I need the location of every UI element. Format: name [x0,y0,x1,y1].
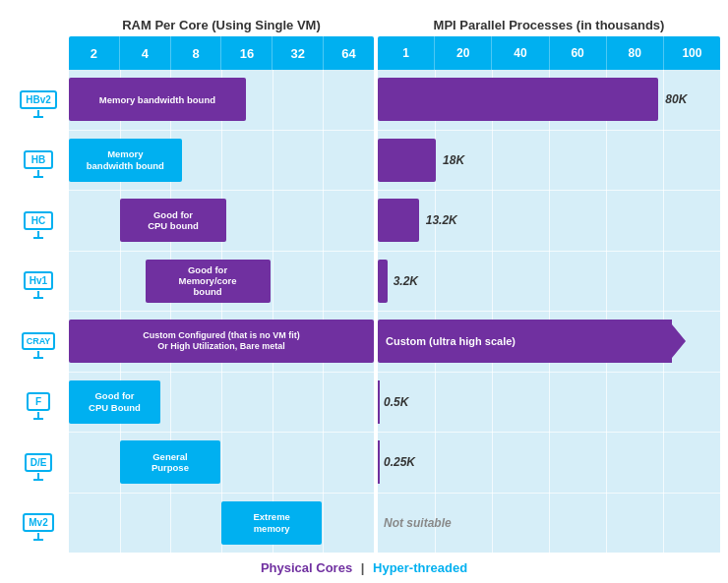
vm-label-hbv2: HBv2 [8,70,69,131]
ram-col-8: 8 [171,36,222,70]
footer-hyper: Hyper-threaded [373,560,467,575]
vm-label-hb: HB [8,131,69,192]
mpi-col-80: 80 [607,36,664,70]
vm-label-hc: HC [8,191,69,252]
mpi-section-title: MPI Parallel Processes (in thousands) [378,18,720,32]
ram-bar-f-label: Good forCPU Bound [89,390,141,413]
mpi-label-hbv2: 80K [665,92,687,106]
ram-bar-hb: Memorybandwidth bound [69,139,182,182]
vm-label-mv2: Mv2 [8,494,69,554]
ram-bar-hc: Good forCPU bound [120,199,227,242]
mpi-label-hv1: 3.2K [394,274,418,288]
mpi-label-hc: 13.2K [426,213,457,227]
vm-label-f: F [8,373,69,434]
mpi-label-f: 0.5K [384,395,408,409]
ram-bar-de: GeneralPurpose [120,440,220,484]
ram-section-title: RAM Per Core (Using Single VM) [69,18,374,32]
mpi-col-100: 100 [664,36,720,70]
vm-label-de: D/E [8,433,69,494]
ram-bar-hv1-label: Good forMemory/corebound [178,264,236,298]
mpi-bar-hc [378,199,419,242]
mpi-bar-hb [378,139,436,182]
ram-bar-f: Good forCPU Bound [69,380,160,424]
ram-bar-cray-label: Custom Configured (that is no VM fit)Or … [143,330,299,353]
mpi-col-60: 60 [550,36,607,70]
mpi-bar-cray-arrow [672,324,686,358]
ram-bar-hc-label: Good forCPU bound [148,209,199,232]
mpi-bar-f [378,380,380,424]
ram-col-32: 32 [273,36,324,70]
ram-col-2: 2 [69,36,120,70]
vm-label-cray: CRAY [8,312,69,373]
mpi-col-40: 40 [492,36,549,70]
ram-bar-mv2-label: Extremememory [253,511,290,534]
mpi-label-cray: Custom (ultra high scale) [386,335,516,347]
vm-label-hv1: Hv1 [8,252,69,313]
ram-bar-hv1: Good forMemory/corebound [146,260,271,303]
mpi-bar-hbv2 [378,78,658,121]
ram-row-mv2: Extremememory [69,494,374,554]
ram-bar-hbv2: Memory bandwidth bound [69,78,246,121]
ram-bar-cray: Custom Configured (that is no VM fit)Or … [69,320,374,363]
ram-bar-de-label: GeneralPurpose [152,451,189,474]
ram-col-4: 4 [120,36,171,70]
mpi-bar-hv1 [378,260,388,303]
ram-col-16: 16 [221,36,273,70]
footer: Physical Cores | Hyper-threaded [8,553,720,583]
ram-bar-hbv2-label: Memory bandwidth bound [99,94,215,105]
mpi-bar-de [378,440,380,484]
footer-physical: Physical Cores [261,560,352,575]
ram-col-64: 64 [324,36,374,70]
mpi-col-20: 20 [435,36,492,70]
mpi-label-de: 0.25K [384,455,415,469]
mpi-label-mv2: Not suitable [384,516,452,530]
footer-separator: | [361,560,365,575]
mpi-label-hb: 18K [443,153,464,167]
ram-bar-mv2: Extremememory [221,501,322,545]
mpi-bar-cray: Custom (ultra high scale) [378,320,672,363]
ram-bar-hb-label: Memorybandwidth bound [87,148,164,171]
mpi-col-1: 1 [378,36,435,70]
